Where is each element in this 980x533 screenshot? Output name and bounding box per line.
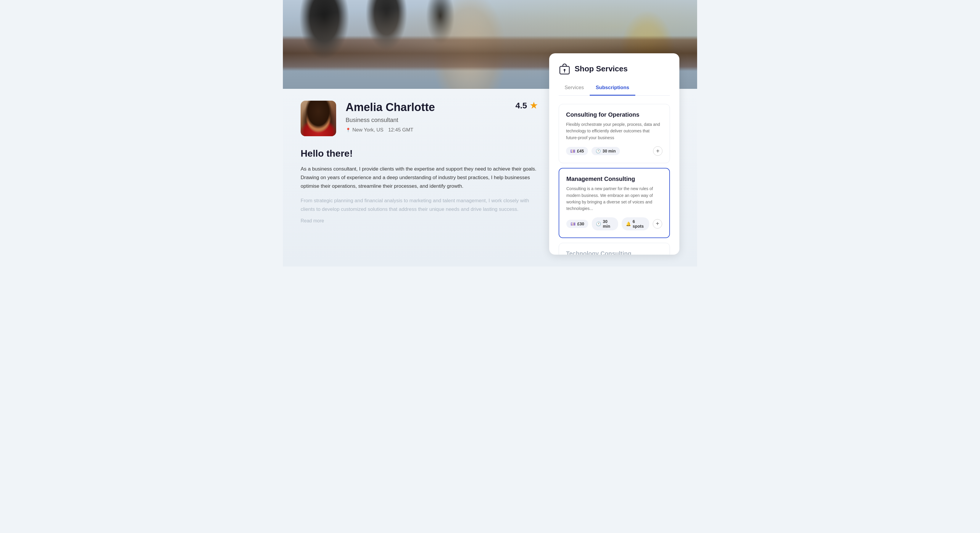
price-value-2: £30 bbox=[577, 222, 584, 226]
service-spots-badge-2: 🔔 6 spots bbox=[622, 217, 649, 230]
service-meta-consulting-ops: 💷 £45 🕐 30 min + bbox=[566, 146, 662, 156]
service-title-technology-consulting: Technology Consulting bbox=[566, 250, 662, 255]
shop-tabs: Services Subscriptions bbox=[558, 82, 670, 96]
service-card-management-consulting[interactable]: Management Consulting Consulting is a ne… bbox=[558, 168, 670, 238]
service-meta-management-consulting: 💷 £30 🕐 30 min 🔔 6 spots + bbox=[566, 217, 662, 230]
profile-time: 12:45 GMT bbox=[388, 127, 414, 133]
read-more-link[interactable]: Read more bbox=[301, 218, 324, 223]
profile-info: Amelia Charlotte Business consultant 📍 N… bbox=[345, 101, 506, 133]
add-service-2-button[interactable]: + bbox=[653, 219, 662, 228]
avatar-image bbox=[301, 101, 336, 136]
add-service-1-button[interactable]: + bbox=[653, 146, 662, 156]
bio-section: Hello there! As a business consultant, I… bbox=[301, 148, 537, 223]
page-wrapper: Amelia Charlotte Business consultant 📍 N… bbox=[283, 0, 697, 266]
spots-value-2: 6 spots bbox=[633, 219, 645, 228]
service-title-consulting-ops: Consulting for Operations bbox=[566, 111, 662, 118]
location-text: New York, US bbox=[352, 127, 383, 133]
clock-icon-2: 🕐 bbox=[596, 222, 601, 226]
bio-paragraph-2: From strategic planning and financial an… bbox=[301, 196, 537, 214]
profile-rating: 4.5 ★ bbox=[515, 101, 537, 110]
service-desc-consulting-ops: Flexibly orchestrate your people, proces… bbox=[566, 121, 662, 141]
clock-icon-1: 🕐 bbox=[596, 148, 601, 153]
tab-services[interactable]: Services bbox=[558, 82, 590, 96]
profile-meta: 📍 New York, US 12:45 GMT bbox=[345, 127, 506, 133]
shop-header: Shop Services bbox=[558, 63, 670, 75]
profile-job-title: Business consultant bbox=[345, 116, 506, 123]
service-price-badge-2: 💷 £30 bbox=[566, 220, 588, 228]
duration-value-2: 30 min bbox=[603, 219, 614, 228]
star-icon: ★ bbox=[530, 101, 537, 110]
spots-icon-2: 🔔 bbox=[626, 222, 631, 226]
service-duration-badge-1: 🕐 30 min bbox=[592, 147, 620, 155]
shopping-bag-icon bbox=[558, 63, 571, 75]
service-duration-badge-2: 🕐 30 min bbox=[592, 217, 618, 230]
bio-greeting: Hello there! bbox=[301, 148, 537, 159]
bio-paragraph-1: As a business consultant, I provide clie… bbox=[301, 165, 537, 191]
avatar bbox=[301, 101, 336, 136]
profile-section: Amelia Charlotte Business consultant 📍 N… bbox=[301, 101, 537, 255]
duration-value-1: 30 min bbox=[603, 148, 616, 153]
service-title-management-consulting: Management Consulting bbox=[566, 176, 662, 182]
profile-header: Amelia Charlotte Business consultant 📍 N… bbox=[301, 101, 537, 136]
profile-location: 📍 New York, US bbox=[345, 127, 383, 133]
content-area: Amelia Charlotte Business consultant 📍 N… bbox=[283, 89, 697, 266]
service-desc-management-consulting: Consulting is a new partner for the new … bbox=[566, 185, 662, 212]
location-pin-icon: 📍 bbox=[345, 128, 351, 132]
shop-title: Shop Services bbox=[574, 64, 628, 73]
price-value-1: £45 bbox=[577, 148, 584, 153]
service-card-consulting-ops[interactable]: Consulting for Operations Flexibly orche… bbox=[558, 104, 670, 163]
price-icon-2: 💷 bbox=[571, 222, 576, 226]
rating-value: 4.5 bbox=[515, 101, 527, 110]
shop-services-card: Shop Services Services Subscriptions Con… bbox=[549, 53, 679, 255]
tab-subscriptions[interactable]: Subscriptions bbox=[590, 82, 635, 96]
service-price-badge-1: 💷 £45 bbox=[566, 147, 588, 155]
price-icon-1: 💷 bbox=[570, 148, 575, 153]
profile-name: Amelia Charlotte bbox=[345, 101, 506, 114]
service-card-technology-consulting: Technology Consulting Modern businesses … bbox=[558, 243, 670, 255]
